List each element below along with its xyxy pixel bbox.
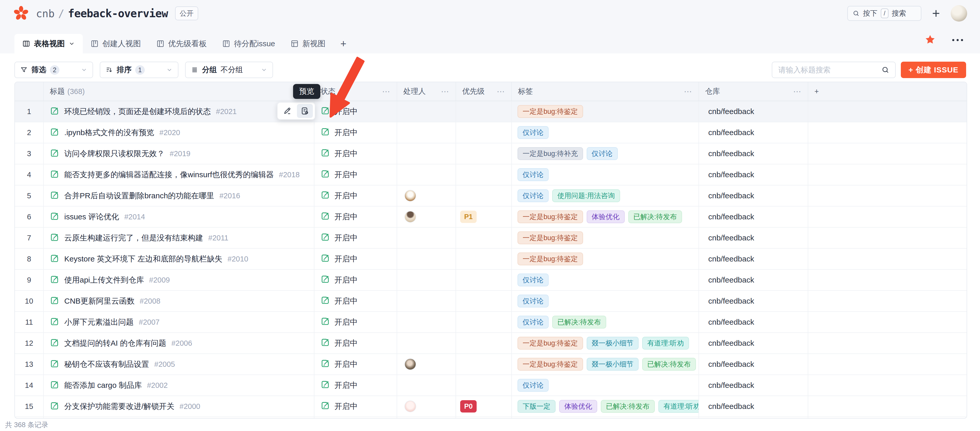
view-tab[interactable]: 新视图 [283,34,333,54]
preview-button[interactable] [297,104,313,118]
filter-dropdown[interactable]: 筛选 2 [14,62,93,78]
col-header-repo[interactable]: 仓库 ⋯ [699,82,808,101]
table-row[interactable]: 14 能否添加 cargo 制品库 #2002 开启中 仅讨论 cnb/feed… [15,375,967,396]
issue-title[interactable]: 小屏下元素溢出问题 [64,317,134,328]
issue-title-cell[interactable]: 秘钥仓不应该有制品设置 #2005 [44,354,314,374]
issue-label[interactable]: 有道理:听劝 [659,400,699,413]
issue-label[interactable]: 一定是bug:待鉴定 [517,210,583,223]
assignee-cell[interactable] [397,354,456,374]
cnb-logo[interactable] [13,5,29,22]
issue-label[interactable]: 仅讨论 [517,189,549,202]
priority-cell[interactable] [456,249,512,269]
table-row[interactable]: 1 环境已经销毁，页面还是创建环境后的状态 #2021 开启中 一定是bug:待… [15,101,967,122]
status-cell[interactable]: 开启中 [314,165,397,185]
issue-id[interactable]: #2010 [228,255,248,263]
priority-cell[interactable] [456,143,512,164]
issue-label[interactable]: 体验优化 [587,210,625,223]
issue-id[interactable]: #2000 [180,402,200,411]
priority-cell[interactable] [456,354,512,374]
assignee-cell[interactable] [397,396,456,417]
labels-cell[interactable]: 仅讨论 [512,417,699,419]
status-cell[interactable]: 开启中 [314,101,397,122]
issue-label[interactable]: 仅讨论 [517,126,549,139]
labels-cell[interactable]: 一定是bug:待鉴定 [512,228,699,248]
labels-cell[interactable]: 仅讨论 [512,291,699,311]
issue-label[interactable]: 已解决:待发布 [642,358,696,371]
priority-cell[interactable]: P1 [456,206,512,227]
issue-label[interactable]: 已解决:待发布 [628,210,682,223]
global-search[interactable]: 按下 / 搜索 [847,6,921,21]
labels-cell[interactable]: 仅讨论 [512,270,699,290]
priority-badge[interactable]: P1 [460,211,477,223]
issue-title-cell[interactable]: 小屏下元素溢出问题 #2007 [44,312,314,332]
edit-button[interactable] [280,104,295,118]
issue-label[interactable]: 已解决:待发布 [601,400,655,413]
table-row[interactable]: 13 秘钥仓不应该有制品设置 #2005 开启中 一定是bug:待鉴定叕一极小细… [15,354,967,375]
issue-title[interactable]: 文档提问的转AI 的仓库有问题 [64,338,166,349]
priority-cell[interactable] [456,333,512,353]
view-tab[interactable]: 表格视图 [14,34,83,54]
assignee-cell[interactable] [397,333,456,353]
table-row[interactable]: 8 Keystore 英文环境下 左边和底部的导航栏缺失 #2010 开启中 一… [15,249,967,270]
column-more-icon[interactable]: ⋯ [497,87,505,96]
user-avatar[interactable] [951,5,967,22]
assignee-cell[interactable] [397,291,456,311]
table-row[interactable]: 5 合并PR后自动设置删除branch的功能在哪里 #2016 开启中 仅讨论使… [15,185,967,206]
assignee-cell[interactable] [397,375,456,396]
status-cell[interactable]: 开启中 [314,122,397,143]
issue-label[interactable]: 仅讨论 [517,316,549,328]
column-more-icon[interactable]: ⋯ [441,87,449,96]
group-dropdown[interactable]: 分组 不分组 [185,62,273,78]
table-row[interactable]: 4 能否支持更多的编辑器适配连接，像winsurf也很优秀的编辑器 #2018 … [15,165,967,185]
col-header-status[interactable]: 状态 ⋯ [314,82,397,101]
assignee-cell[interactable] [397,101,456,122]
priority-cell[interactable] [456,270,512,290]
table-row[interactable]: 15 分支保护功能需要改进/解锁开关 #2000 开启中 P0 下版一定体验优化… [15,396,967,417]
issue-title-cell[interactable]: .ipynb格式文件的没有预览 #2020 [44,122,314,143]
assignee-cell[interactable] [397,417,456,419]
status-cell[interactable]: 开启中 [314,249,397,269]
issue-label[interactable]: 叕一极小细节 [587,358,639,371]
issue-label[interactable]: 已解决:待发布 [552,316,606,328]
labels-cell[interactable]: 一定是bug:待鉴定体验优化已解决:待发布 [512,206,699,227]
table-row[interactable]: 7 云原生构建运行完了，但是没有结束构建 #2011 开启中 一定是bug:待鉴… [15,228,967,249]
priority-cell[interactable] [456,312,512,332]
issue-title[interactable]: 环境已经销毁，页面还是创建环境后的状态 [64,106,211,117]
priority-cell[interactable] [456,375,512,396]
view-tab[interactable]: 创建人视图 [83,34,149,54]
col-header-priority[interactable]: 优先级 ⋯ [456,82,512,101]
title-search-input[interactable] [778,65,881,74]
issue-label[interactable]: 一定是bug:待鉴定 [517,358,583,371]
table-row[interactable]: 3 访问令牌权限只读权限无效？ #2019 开启中 一定是bug:待补充仅讨论 … [15,143,967,165]
status-cell[interactable]: 开启中 [314,206,397,227]
issue-id[interactable]: #2008 [140,297,161,306]
issue-title-cell[interactable]: Keystore 英文环境下 左边和底部的导航栏缺失 #2010 [44,249,314,269]
issue-id[interactable]: #2014 [124,213,145,221]
assignee-cell[interactable] [397,270,456,290]
col-header-add[interactable]: + [808,82,967,101]
table-row[interactable]: 仅讨论 [15,417,967,419]
issue-title-cell[interactable]: 能否添加 cargo 制品库 #2002 [44,375,314,396]
breadcrumb-repo[interactable]: feeback-overview [68,7,168,20]
issue-title-cell[interactable]: 能否支持更多的编辑器适配连接，像winsurf也很优秀的编辑器 #2018 [44,165,314,185]
column-more-icon[interactable]: ⋯ [684,87,692,96]
status-cell[interactable]: 开启中 [314,354,397,374]
assignee-cell[interactable] [397,185,456,206]
issue-label[interactable]: 仅讨论 [517,168,549,181]
sort-dropdown[interactable]: 排序 1 [100,62,178,78]
issue-id[interactable]: #2018 [279,171,300,179]
issue-title-cell[interactable]: CNB更新阿里云函数 #2008 [44,291,314,311]
issue-label[interactable]: 下版一定 [517,400,555,413]
table-row[interactable]: 12 文档提问的转AI 的仓库有问题 #2006 开启中 一定是bug:待鉴定叕… [15,333,967,354]
priority-cell[interactable] [456,165,512,185]
labels-cell[interactable]: 一定是bug:待鉴定 [512,101,699,122]
title-search[interactable] [772,62,896,78]
labels-cell[interactable]: 一定是bug:待鉴定叕一极小细节已解决:待发布有道理:听劝 [512,354,699,374]
issue-label[interactable]: 一定是bug:待鉴定 [517,337,583,350]
status-cell[interactable]: 开启中 [314,291,397,311]
breadcrumb-org[interactable]: cnb [36,8,54,19]
labels-cell[interactable]: 仅讨论 [512,122,699,143]
issue-label[interactable]: 一定是bug:待鉴定 [517,252,583,265]
issue-title-cell[interactable]: 使用api上传文件到仓库 #2009 [44,270,314,290]
issue-id[interactable]: #2020 [159,128,180,137]
